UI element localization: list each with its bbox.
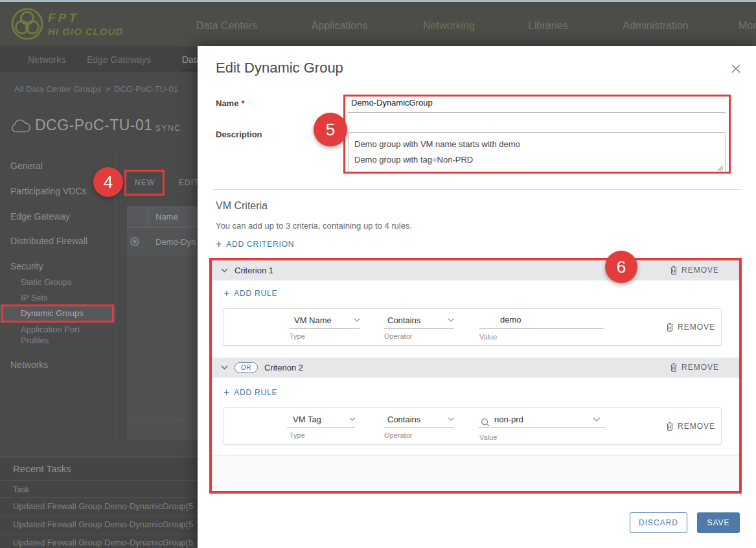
fpt-hi-gio-cloud-logo: FPT HI GIO CLOUD <box>9 6 145 41</box>
sidebar-item-general[interactable]: General <box>10 161 43 171</box>
breadcrumb-separator: > <box>105 84 110 94</box>
close-icon[interactable] <box>729 62 742 75</box>
breadcrumb: All Data Center Groups>DCG-PoC-TU-01 <box>14 84 182 94</box>
name-field-label: Name* <box>216 98 244 108</box>
table-column-divider <box>147 209 148 225</box>
sidebar-item-ip-sets[interactable]: IP Sets <box>21 293 48 303</box>
add-criterion-button[interactable]: + ADD CRITERION <box>216 240 294 249</box>
nav-item-applications[interactable]: Applications <box>312 20 367 32</box>
breadcrumb-root-link[interactable]: All Data Center Groups <box>14 84 101 94</box>
radio-dot-icon <box>133 240 137 244</box>
vm-criteria-title: VM Criteria <box>216 200 268 212</box>
required-marker: * <box>241 98 244 108</box>
cloud-group-icon <box>10 119 31 133</box>
sidebar-item-security[interactable]: Security <box>10 261 43 271</box>
task-row: Updated Firewall Group Demo-DynamicGroup… <box>13 538 193 547</box>
column-header-name: Name <box>155 212 178 222</box>
nav-item-networking[interactable]: Networking <box>423 20 475 32</box>
row-radio-button[interactable] <box>130 237 139 246</box>
save-button[interactable]: SAVE <box>697 512 740 533</box>
tab-edge-gateways[interactable]: Edge Gateways <box>87 54 151 65</box>
brand-line2: HI GIO CLOUD <box>48 26 123 37</box>
sidebar-item-edge-gateway[interactable]: Edge Gateway <box>10 211 70 222</box>
task-row: Updated Firewall Group Demo-DynamicGroup… <box>13 519 193 529</box>
edit-button[interactable]: EDIT <box>179 178 199 187</box>
sync-button[interactable]: SYNC <box>155 124 181 133</box>
annotation-box-dynamic-groups <box>1 304 114 323</box>
app-window: FPT HI GIO CLOUD Data Centers Applicatio… <box>0 0 756 548</box>
annotation-box-name-description <box>343 95 731 174</box>
vm-criteria-subtitle: You can add up to 3 criteria, containing… <box>216 221 412 231</box>
nav-item-libraries[interactable]: Libraries <box>528 20 567 32</box>
nav-item-data-centers[interactable]: Data Centers <box>196 20 257 32</box>
plus-icon: + <box>216 240 222 248</box>
recent-tasks-title: Recent Tasks <box>13 463 71 474</box>
nav-item-administration[interactable]: Administration <box>623 20 688 32</box>
row-name-cell: Demo-Dyn <box>155 237 196 247</box>
annotation-box-criteria <box>209 258 742 494</box>
brand-line1: FPT <box>48 11 79 25</box>
sidebar-item-distributed-firewall[interactable]: Distributed Firewall <box>10 236 87 246</box>
sidebar-item-participating-vdcs[interactable]: Participating VDCs <box>10 186 87 196</box>
discard-button[interactable]: DISCARD <box>630 512 687 533</box>
description-field-label: Description <box>216 130 262 139</box>
annotation-circle-5: 5 <box>314 113 347 146</box>
annotation-circle-4: 4 <box>93 167 123 197</box>
sidebar-item-application-port-profiles[interactable]: Application Port Profiles <box>21 324 106 346</box>
tasks-column-header: Task <box>13 485 29 494</box>
breadcrumb-current: DCG-PoC-TU-01 <box>114 84 178 94</box>
page-title: DCG-PoC-TU-01 <box>35 117 153 134</box>
annotation-circle-6: 6 <box>605 251 637 283</box>
sidebar-item-static-groups[interactable]: Static Groups <box>21 277 72 287</box>
annotation-box-new <box>124 170 165 196</box>
section-divider <box>213 189 742 190</box>
task-row: Updated Firewall Group Demo-DynamicGroup… <box>13 501 193 511</box>
nav-item-monitor[interactable]: Monitor <box>739 20 756 32</box>
modal-title: Edit Dynamic Group <box>216 60 343 76</box>
sidebar-item-networks[interactable]: Networks <box>10 360 48 370</box>
tab-networks[interactable]: Networks <box>28 54 65 65</box>
